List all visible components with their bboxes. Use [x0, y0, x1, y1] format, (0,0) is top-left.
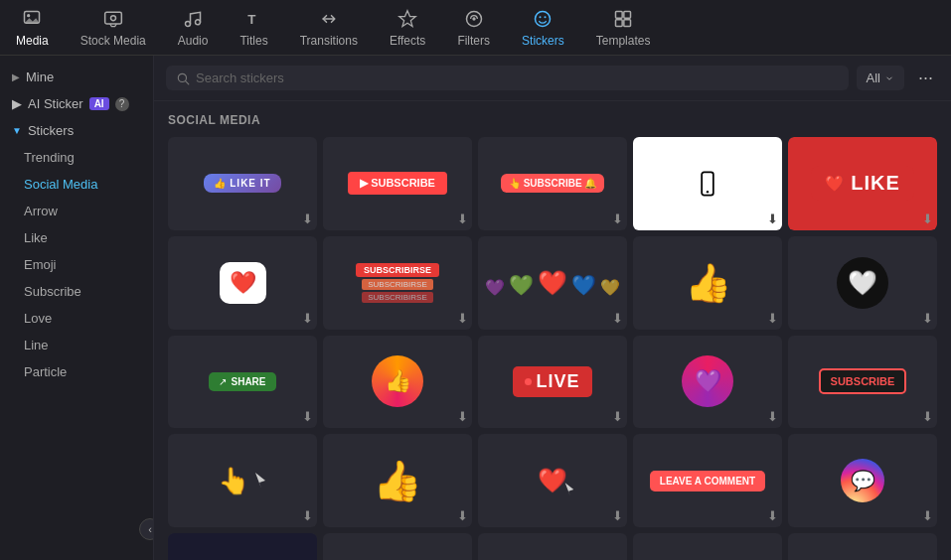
sidebar-item-line[interactable]: Line [0, 332, 153, 358]
download-icon-16[interactable]: ⬇ [302, 508, 313, 523]
transitions-icon [318, 8, 340, 30]
section-title: SOCIAL MEDIA [168, 113, 937, 127]
download-icon-5[interactable]: ⬇ [922, 211, 933, 226]
sidebar-ai-sticker[interactable]: ▶ AI Sticker AI ? [0, 90, 153, 117]
nav-item-titles[interactable]: T Titles [224, 0, 283, 55]
sticker-cell-10[interactable]: 🤍 ⬇ [788, 236, 937, 330]
sticker-cell-21[interactable]: 👍 ⬇ [168, 533, 317, 560]
sticker-cell-3[interactable]: 👆SUBSCRIBE 🔔 ⬇ [478, 137, 627, 230]
sticker-cell-8[interactable]: 💜 💚 ❤️ 💙 💛 ⬇ [478, 236, 627, 330]
svg-point-21 [707, 191, 709, 193]
top-nav: Media Stock Media Audio T Titles Transit… [0, 0, 951, 56]
download-icon-17[interactable]: ⬇ [457, 508, 468, 523]
sticker-cell-12[interactable]: 👍 ⬇ [323, 336, 472, 429]
nav-item-audio[interactable]: Audio [162, 0, 225, 55]
sticker-cell-22[interactable]: ✦✦✦✦✦ ✦✦✦✦✦ ✦✦✦✦✦ ⬇ [323, 533, 472, 560]
sticker-cell-24[interactable]: SUBSCRIBE ⬇ [633, 533, 782, 560]
filters-icon [463, 8, 485, 30]
sticker-cell-6[interactable]: ❤️ ⬇ [168, 236, 317, 330]
download-icon-1[interactable]: ⬇ [302, 211, 313, 226]
templates-icon [612, 8, 634, 30]
nav-item-filters[interactable]: Filters [441, 0, 506, 55]
ai-sticker-label: AI Sticker [28, 96, 83, 111]
svg-rect-14 [616, 11, 623, 18]
sidebar-item-emoji[interactable]: Emoji [0, 251, 153, 278]
nav-label-media: Media [16, 34, 49, 48]
filter-button[interactable]: All [857, 66, 904, 90]
nav-item-stickers[interactable]: Stickers [506, 0, 580, 55]
nav-label-audio: Audio [178, 34, 209, 48]
help-icon[interactable]: ? [115, 97, 129, 111]
nav-item-templates[interactable]: Templates [580, 0, 667, 55]
sticker-cell-23[interactable]: FOLLOWING ⬇ [478, 533, 627, 560]
sticker-cell-13[interactable]: LIVE ⬇ [478, 336, 627, 429]
sidebar-item-subscribe[interactable]: Subscribe [0, 278, 153, 305]
main-layout: ▶ Mine ▶ AI Sticker AI ? ▼ Stickers Tren… [0, 56, 951, 560]
sidebar-item-social-media[interactable]: Social Media [0, 171, 153, 198]
sticker-grid: 👍 LIKE IT ⬇ ▶ SUBSCRIBE ⬇ 👆SUB [168, 137, 937, 560]
download-icon-19[interactable]: ⬇ [767, 508, 778, 523]
download-icon-2[interactable]: ⬇ [457, 211, 468, 226]
download-icon-13[interactable]: ⬇ [612, 409, 623, 424]
download-icon-14[interactable]: ⬇ [767, 409, 778, 424]
sticker-cell-25[interactable]: IF YOU LIKE THIS VIDEO PLEASE SUBSCRIBE … [788, 533, 937, 560]
sticker-cell-17[interactable]: 👍 ⬇ [323, 434, 472, 527]
stock-media-icon [102, 8, 124, 30]
download-icon-15[interactable]: ⬇ [922, 409, 933, 424]
sticker-grid-container: SOCIAL MEDIA 👍 LIKE IT ⬇ ▶ SUBSCRIBE [154, 101, 951, 560]
sidebar-collapse-button[interactable]: ‹ [139, 518, 154, 540]
search-icon [176, 71, 190, 85]
download-icon-7[interactable]: ⬇ [457, 311, 468, 326]
sidebar: ▶ Mine ▶ AI Sticker AI ? ▼ Stickers Tren… [0, 56, 154, 560]
download-icon-9[interactable]: ⬇ [767, 311, 778, 326]
download-icon-8[interactable]: ⬇ [612, 311, 623, 326]
audio-icon [182, 8, 204, 30]
sticker-cell-2[interactable]: ▶ SUBSCRIBE ⬇ [323, 137, 472, 230]
sticker-cell-15[interactable]: SUBSCRIBE ⬇ [788, 336, 937, 429]
sidebar-stickers-group[interactable]: ▼ Stickers [0, 117, 153, 144]
sticker-cell-9[interactable]: 👍 ⬇ [633, 236, 782, 330]
media-icon [21, 8, 43, 30]
download-icon-3[interactable]: ⬇ [612, 211, 623, 226]
sidebar-mine[interactable]: ▶ Mine [0, 64, 153, 90]
nav-label-effects: Effects [390, 34, 425, 48]
more-options-button[interactable]: ··· [912, 66, 939, 90]
download-icon-20[interactable]: ⬇ [922, 508, 933, 523]
nav-label-transitions: Transitions [300, 34, 358, 48]
download-icon-11[interactable]: ⬇ [302, 409, 313, 424]
svg-point-4 [110, 15, 115, 20]
sticker-cell-4[interactable]: ⬇ [633, 137, 782, 230]
sidebar-item-particle[interactable]: Particle [0, 358, 153, 385]
svg-point-12 [540, 16, 542, 18]
nav-label-filters: Filters [457, 34, 490, 48]
sidebar-item-like[interactable]: Like [0, 224, 153, 251]
nav-item-effects[interactable]: Effects [374, 0, 441, 55]
sidebar-item-arrow[interactable]: Arrow [0, 198, 153, 224]
nav-item-media[interactable]: Media [0, 0, 65, 55]
sticker-cell-14[interactable]: 💜 ⬇ [633, 336, 782, 429]
sidebar-item-love[interactable]: Love [0, 305, 153, 332]
sticker-cell-1[interactable]: 👍 LIKE IT ⬇ [168, 137, 317, 230]
search-input[interactable] [196, 70, 839, 85]
sticker-cell-16[interactable]: 👆 ⬇ [168, 434, 317, 527]
svg-rect-17 [624, 19, 631, 26]
nav-item-transitions[interactable]: Transitions [284, 0, 374, 55]
download-icon-10[interactable]: ⬇ [922, 311, 933, 326]
sticker-cell-5[interactable]: ❤️LIKE ⬇ [788, 137, 937, 230]
download-icon-12[interactable]: ⬇ [457, 409, 468, 424]
sticker-cell-7[interactable]: SUBSCRIBIRSE SUBSCRIBIRSE SUBSCRIBIRSE ⬇ [323, 236, 472, 330]
nav-item-stock-media[interactable]: Stock Media [65, 0, 162, 55]
stickers-group-label: Stickers [28, 123, 74, 138]
sticker-cell-19[interactable]: LEAVE A COMMENT ⬇ [633, 434, 782, 527]
chevron-down-icon [884, 73, 894, 83]
download-icon-6[interactable]: ⬇ [302, 311, 313, 326]
download-icon-18[interactable]: ⬇ [612, 508, 623, 523]
nav-label-templates: Templates [596, 34, 651, 48]
chevron-right-icon2: ▶ [12, 96, 22, 111]
sticker-cell-20[interactable]: 💬 ⬇ [788, 434, 937, 527]
svg-marker-2 [25, 18, 40, 23]
sidebar-item-trending[interactable]: Trending [0, 144, 153, 171]
download-icon-4[interactable]: ⬇ [767, 211, 778, 226]
sticker-cell-18[interactable]: ❤️ ⬇ [478, 434, 627, 527]
sticker-cell-11[interactable]: ↗SHARE ⬇ [168, 336, 317, 429]
